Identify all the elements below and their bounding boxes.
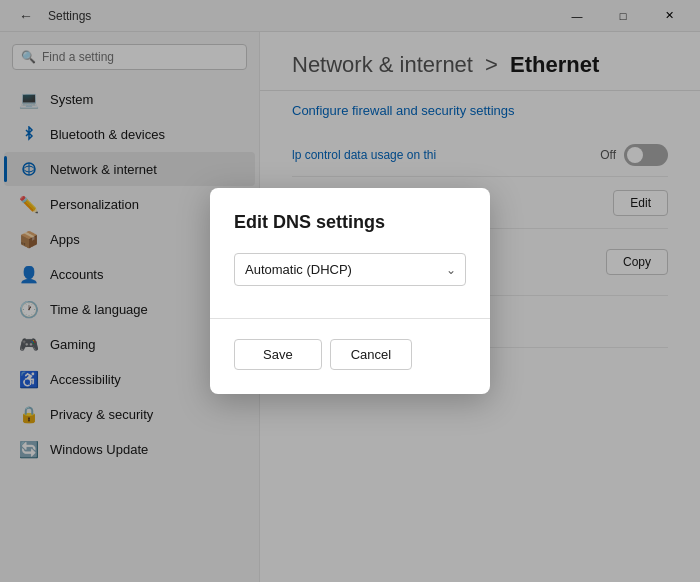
dns-mode-select[interactable]: Automatic (DHCP) Manual [234,253,466,286]
dialog-select-wrapper: Automatic (DHCP) Manual ⌄ [234,253,466,286]
dialog-save-button[interactable]: Save [234,339,322,370]
edit-dns-dialog: Edit DNS settings Automatic (DHCP) Manua… [210,188,490,394]
dialog-buttons: Save Cancel [234,339,466,370]
dialog-divider [210,318,490,319]
dialog-cancel-button[interactable]: Cancel [330,339,412,370]
dialog-overlay: Edit DNS settings Automatic (DHCP) Manua… [0,0,700,582]
dialog-title: Edit DNS settings [234,212,466,233]
